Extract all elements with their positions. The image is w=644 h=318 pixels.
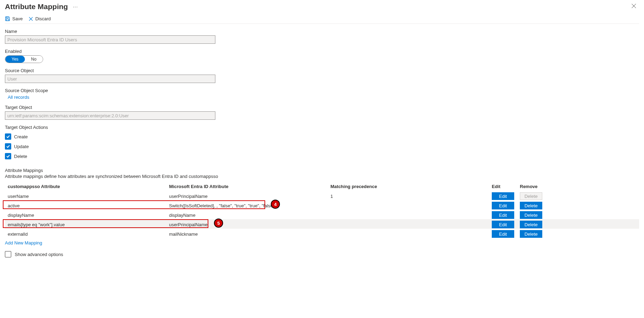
cell-custom-attribute: externalId [8, 231, 169, 237]
cell-entra-attribute: userPrincipalName [169, 222, 330, 227]
save-icon [5, 16, 10, 21]
more-actions-button[interactable]: ··· [72, 4, 80, 9]
delete-button[interactable]: Delete [520, 230, 542, 238]
edit-button[interactable]: Edit [492, 221, 514, 228]
attribute-mappings-description: Attribute mappings define how attributes… [5, 174, 639, 179]
col-header-remove: Remove [520, 184, 548, 189]
toolbar: Save Discard [5, 16, 639, 24]
cell-entra-attribute: Switch([IsSoftDeleted], , "false", "true… [169, 203, 330, 208]
col-header-edit: Edit [492, 184, 520, 189]
table-row[interactable]: emails[type eq "work"].valueuserPrincipa… [5, 219, 639, 229]
source-object-input[interactable] [5, 75, 215, 83]
show-advanced-label: Show advanced options [15, 252, 63, 257]
update-checkbox-label: Update [14, 144, 29, 149]
save-button[interactable]: Save [5, 16, 23, 21]
cell-entra-attribute: displayName [169, 213, 330, 218]
edit-button[interactable]: Edit [492, 230, 514, 238]
delete-checkbox-label: Delete [14, 154, 27, 159]
col-header-match: Matching precedence [330, 184, 492, 189]
delete-button: Delete [520, 192, 542, 200]
create-checkbox[interactable] [5, 133, 11, 140]
source-object-scope-link[interactable]: All records [5, 95, 639, 100]
delete-button[interactable]: Delete [520, 211, 542, 219]
update-checkbox[interactable] [5, 143, 11, 150]
table-row[interactable]: externalIdmailNicknameEditDelete [5, 229, 639, 238]
name-input[interactable] [5, 35, 215, 44]
delete-button[interactable]: Delete [520, 202, 542, 209]
edit-button[interactable]: Edit [492, 192, 514, 200]
target-actions-label: Target Object Actions [5, 125, 639, 130]
discard-button[interactable]: Discard [28, 16, 51, 21]
check-icon [6, 144, 10, 148]
close-button[interactable] [629, 2, 639, 11]
table-row[interactable]: displayNamedisplayNameEditDelete [5, 210, 639, 219]
cell-custom-attribute: emails[type eq "work"].value [8, 222, 169, 227]
col-header-entra: Microsoft Entra ID Attribute [169, 184, 330, 189]
check-icon [6, 134, 10, 139]
source-object-label: Source Object [5, 68, 639, 73]
discard-label: Discard [35, 16, 51, 21]
edit-button[interactable]: Edit [492, 202, 514, 209]
svg-rect-2 [6, 17, 8, 18]
table-header-row: customappsso Attribute Microsoft Entra I… [5, 182, 639, 191]
cell-custom-attribute: active [8, 203, 169, 208]
create-checkbox-label: Create [14, 134, 28, 139]
enabled-no-option[interactable]: No [25, 56, 43, 63]
save-label: Save [12, 16, 23, 21]
table-row[interactable]: userNameuserPrincipalName1EditDelete [5, 191, 639, 200]
delete-checkbox[interactable] [5, 153, 11, 159]
target-object-input[interactable] [5, 111, 215, 120]
show-advanced-checkbox[interactable] [5, 251, 11, 257]
cell-entra-attribute: mailNickname [169, 231, 330, 237]
close-icon [631, 4, 636, 8]
attribute-mappings-title: Attribute Mappings [5, 168, 639, 173]
page-title: Attribute Mapping [5, 2, 68, 11]
check-icon [6, 154, 10, 158]
enabled-label: Enabled [5, 49, 639, 54]
svg-rect-3 [6, 19, 9, 21]
cell-custom-attribute: userName [8, 194, 169, 199]
attribute-mappings-table: customappsso Attribute Microsoft Entra I… [5, 182, 639, 238]
delete-button[interactable]: Delete [520, 221, 542, 228]
cell-matching-precedence: 1 [330, 194, 492, 199]
target-object-label: Target Object [5, 105, 639, 110]
source-object-scope-label: Source Object Scope [5, 88, 639, 93]
enabled-toggle[interactable]: Yes No [5, 55, 43, 63]
name-label: Name [5, 29, 639, 34]
add-new-mapping-link[interactable]: Add New Mapping [5, 238, 42, 251]
edit-button[interactable]: Edit [492, 211, 514, 219]
cell-entra-attribute: userPrincipalName [169, 194, 330, 199]
enabled-yes-option[interactable]: Yes [5, 56, 25, 63]
cell-custom-attribute: displayName [8, 213, 169, 218]
discard-icon [28, 16, 33, 21]
col-header-custom: customappsso Attribute [8, 184, 169, 189]
table-row[interactable]: activeSwitch([IsSoftDeleted], , "false",… [5, 200, 639, 210]
